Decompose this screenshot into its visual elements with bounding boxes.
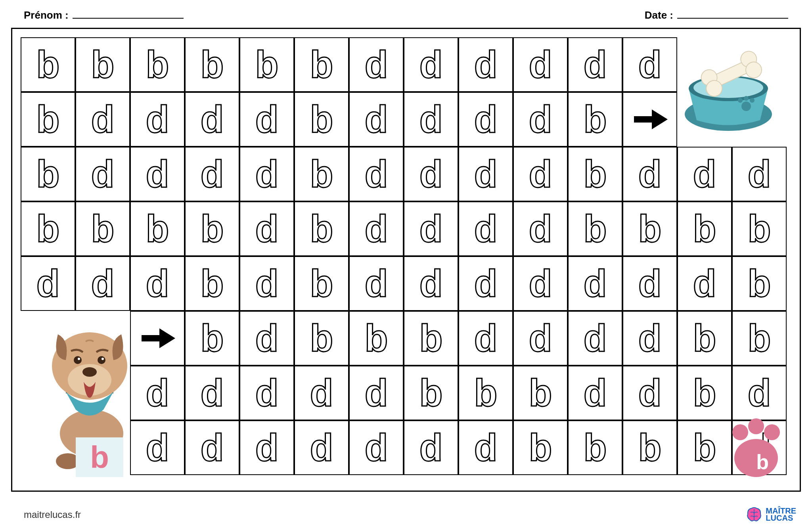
maze-cell: b [677,366,732,420]
maze-cell: d [458,256,513,311]
maze-letter: b [419,319,443,357]
maze-cell: b [294,311,349,366]
maze-cell: b [130,201,185,256]
maze-cell: b [294,92,349,147]
name-input-line[interactable] [73,7,184,19]
maze-cell: d [130,256,185,311]
maze-cell: d [239,311,294,366]
maze-cell: b [732,311,787,366]
maze-cell: d [458,92,513,147]
maze-cell: d [513,201,568,256]
maze-cell: d [732,366,787,420]
maze-letter: d [255,374,279,412]
maze-letter: d [584,46,607,84]
maze-letter: d [201,100,224,138]
maze-cell: b [21,92,75,147]
maze-letter: d [36,264,60,303]
maze-cell: b [130,37,185,92]
maze-cell: d [185,420,239,475]
maze-cell: d [622,311,677,366]
maze-cell: b [185,37,239,92]
maze-cell: d [458,311,513,366]
maze-cell: d [130,147,185,201]
maze-cell: d [622,147,677,201]
maze-cell: d [239,92,294,147]
maze-cell: b [568,92,622,147]
maze-cell: b [75,37,130,92]
maze-cell: d [75,147,130,201]
maze-cell: d [294,366,349,420]
maze-letter: b [474,374,498,412]
maze-letter: b [36,100,60,138]
maze-letter: d [748,155,771,193]
worksheet-frame: bbbbbbddddddbddddbddddbbddddbddddbdddbbb… [11,28,801,492]
date-input-line[interactable] [677,7,788,19]
maze-cell: b [21,37,75,92]
maze-letter: d [310,374,333,412]
maze-letter: d [529,46,552,84]
maze-letter: d [474,429,498,467]
maze-letter: d [365,429,388,467]
maze-letter: b [146,210,169,248]
maze-cell: d [239,147,294,201]
maze-letter: b [91,46,115,84]
maze-cell: d [75,92,130,147]
svg-point-27 [732,424,748,440]
maze-cell: d [568,366,622,420]
maze-cell: d [404,37,458,92]
maze-cell: d [75,256,130,311]
maze-letter: b [584,210,607,248]
maze-letter: d [474,210,498,248]
maze-cell: d [185,366,239,420]
maze-cell: d [349,420,404,475]
maze-letter: d [201,374,224,412]
maze-cell: d [622,37,677,92]
logo-line2: LUCAS [766,514,796,521]
maze-letter: d [91,100,115,138]
maze-cell: d [349,92,404,147]
maze-cell: b [513,366,568,420]
dog-letter-block: b [76,437,123,477]
maze-letter: d [255,319,279,357]
maze-cell: d [568,37,622,92]
brand-logo: MAÎTRE LUCAS [746,506,796,523]
maze-cell: d [622,366,677,420]
maze-cell: b [239,37,294,92]
maze-letter: b [693,319,716,357]
maze-cell: b [294,147,349,201]
maze-cell: d [130,92,185,147]
maze-cell: b [185,256,239,311]
maze-letter: d [693,264,716,303]
maze-letter: d [146,155,169,193]
maze-cell: b [677,311,732,366]
maze-cell: b [404,311,458,366]
maze-letter: d [529,319,552,357]
maze-cell: d [185,147,239,201]
maze-letter: d [365,155,388,193]
worksheet-header: Prénom : Date : [0,0,812,25]
brain-icon [746,506,762,523]
maze-letter: d [310,429,333,467]
maze-letter: b [693,210,716,248]
maze-letter: d [201,155,224,193]
maze-letter: d [255,155,279,193]
maze-cell: b [513,420,568,475]
maze-cell: d [458,420,513,475]
maze-letter: d [146,100,169,138]
maze-letter: d [146,374,169,412]
maze-letter: b [419,374,443,412]
svg-point-8 [738,98,743,103]
maze-cell: d [294,420,349,475]
footer-site: maitrelucas.fr [24,509,81,520]
maze-cell: d [404,256,458,311]
maze-cell: b [568,201,622,256]
maze-letter: b [529,429,552,467]
maze-cell: d [458,201,513,256]
maze-letter: d [584,264,607,303]
maze-cell: d [185,92,239,147]
svg-point-10 [750,98,755,103]
logo-text: MAÎTRE LUCAS [766,507,796,521]
maze-letter: d [146,429,169,467]
maze-cell: b [21,201,75,256]
maze-letter: b [748,264,771,303]
